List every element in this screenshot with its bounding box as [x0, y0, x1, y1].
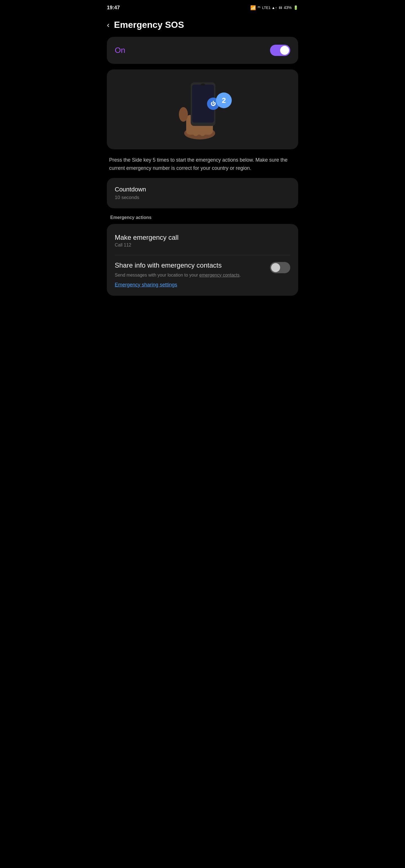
- make-emergency-call-item[interactable]: Make emergency call Call 112: [115, 232, 290, 249]
- share-desc-text1: Send messages with your location to your: [115, 273, 199, 277]
- wifi-icon: ᵐ: [258, 5, 260, 10]
- section-label-emergency-actions: Emergency actions: [107, 215, 298, 220]
- phone-illustration: ⏻ 2: [166, 79, 239, 140]
- illustration-card: ⏻ 2: [107, 69, 298, 149]
- main-toggle[interactable]: [270, 45, 290, 56]
- countdown-card[interactable]: Countdown 10 seconds: [107, 178, 298, 208]
- description-text: Press the Side key 5 times to start the …: [107, 156, 298, 172]
- share-toggle-track: [270, 262, 290, 273]
- share-info-title: Share info with emergency contacts: [115, 261, 265, 270]
- toggle-thumb: [280, 46, 289, 55]
- status-bar: 19:47 📶 ᵐ LTE1 ▲↑ ⅡⅡ 43% 🔋: [101, 0, 304, 14]
- emergency-contacts-link[interactable]: emergency contacts: [199, 273, 240, 277]
- back-button[interactable]: ‹: [107, 21, 109, 29]
- bluetooth-icon: 📶: [250, 5, 256, 10]
- svg-point-6: [179, 107, 188, 122]
- emergency-actions-card: Make emergency call Call 112 Share info …: [107, 224, 298, 296]
- share-info-row: Share info with emergency contacts Send …: [115, 261, 290, 288]
- status-icons: 📶 ᵐ LTE1 ▲↑ ⅡⅡ 43% 🔋: [250, 5, 298, 10]
- emergency-sharing-settings-link[interactable]: Emergency sharing settings: [115, 282, 177, 288]
- phone-svg: ⏻ 2: [166, 79, 239, 140]
- share-info-toggle[interactable]: [270, 262, 290, 273]
- share-info-desc: Send messages with your location to your…: [115, 272, 265, 279]
- header: ‹ Emergency SOS: [101, 14, 304, 37]
- svg-point-9: [201, 84, 205, 86]
- battery-percent: 43%: [284, 5, 292, 10]
- share-toggle-thumb: [271, 263, 280, 272]
- toggle-track: [270, 45, 290, 56]
- main-content: On: [101, 37, 304, 296]
- svg-text:⏻: ⏻: [211, 101, 216, 106]
- share-info-content: Share info with emergency contacts Send …: [115, 261, 265, 288]
- countdown-title: Countdown: [115, 186, 290, 193]
- make-call-sub: Call 112: [115, 243, 290, 248]
- on-off-card: On: [107, 37, 298, 64]
- svg-text:2: 2: [222, 96, 226, 104]
- status-time: 19:47: [107, 5, 120, 11]
- signal-icon: LTE1 ▲↑: [262, 6, 277, 10]
- share-desc-text2: .: [240, 273, 241, 277]
- on-label: On: [115, 46, 125, 55]
- battery-icon: 🔋: [293, 5, 298, 10]
- countdown-value: 10 seconds: [115, 195, 290, 200]
- make-call-title: Make emergency call: [115, 234, 290, 242]
- signal-bars-icon: ⅡⅡ: [279, 6, 282, 10]
- page-title: Emergency SOS: [114, 20, 184, 30]
